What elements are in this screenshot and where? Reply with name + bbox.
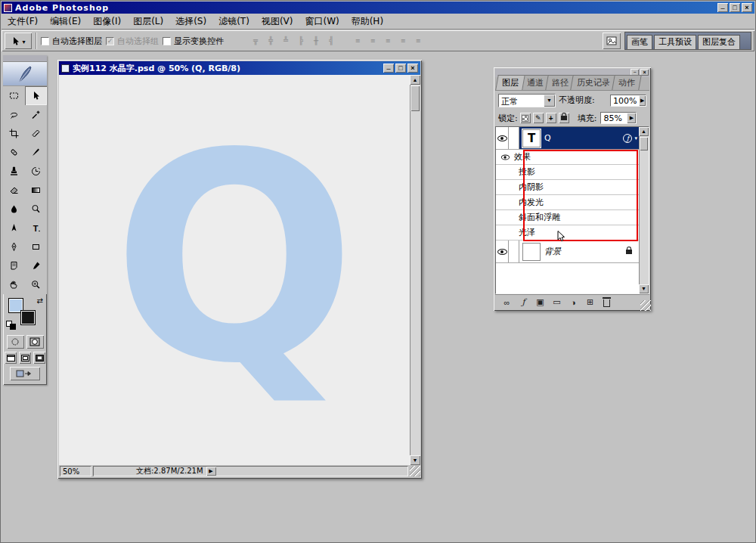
background-layer-name[interactable]: 背景	[544, 246, 561, 257]
default-colors-icon[interactable]	[6, 321, 17, 330]
distribute-horizontal-centers-button[interactable]	[396, 34, 410, 48]
minimize-button[interactable]	[717, 3, 728, 12]
tool-lasso[interactable]	[3, 105, 25, 124]
tool-crop[interactable]	[3, 124, 25, 143]
blend-mode-select[interactable]: 正常	[498, 94, 556, 107]
background-layer-thumbnail[interactable]	[522, 243, 541, 261]
scrollbar-thumb[interactable]	[411, 85, 420, 111]
document-close-button[interactable]	[407, 64, 418, 73]
tool-brush[interactable]	[25, 143, 47, 162]
menu-image[interactable]: 图像(I)	[87, 14, 127, 29]
layer-name[interactable]: Q	[544, 133, 551, 143]
layer-row-text-q[interactable]: T Q	[496, 127, 639, 150]
document-canvas[interactable]: Q	[59, 75, 410, 465]
visibility-eye-icon[interactable]	[497, 249, 507, 255]
tab-actions[interactable]: 动作	[612, 75, 642, 90]
link-gutter[interactable]	[509, 127, 519, 149]
tool-gradient[interactable]	[25, 181, 47, 200]
scroll-down-button[interactable]	[410, 455, 420, 465]
vertical-scrollbar[interactable]	[410, 75, 420, 465]
tool-type[interactable]: T	[25, 219, 47, 237]
zoom-level-field[interactable]: 50%	[60, 466, 91, 476]
status-menu-button[interactable]	[206, 467, 216, 476]
align-top-edges-button[interactable]	[249, 34, 262, 48]
opacity-field[interactable]: 100%	[610, 95, 646, 107]
fullscreen-button[interactable]	[33, 352, 45, 364]
tool-shape[interactable]	[25, 237, 47, 256]
add-layer-mask-button[interactable]: ▣	[534, 296, 546, 308]
effects-visibility-eye-icon[interactable]	[501, 154, 510, 160]
tool-history-brush[interactable]	[25, 162, 47, 181]
checkbox-auto-select-group[interactable]: 自动选择组	[106, 36, 159, 47]
background-color-swatch[interactable]	[20, 310, 36, 325]
delete-layer-button[interactable]	[601, 296, 612, 308]
tool-path-select[interactable]	[3, 219, 25, 237]
palette-tab-tool-presets[interactable]: 工具预设	[654, 35, 696, 49]
checkbox-show-transform-controls[interactable]: 显示变换控件	[163, 36, 224, 47]
layers-scrollbar[interactable]	[639, 127, 649, 293]
tool-dodge[interactable]	[25, 200, 47, 219]
new-layer-set-button[interactable]: ▭	[551, 296, 562, 308]
tool-eyedropper[interactable]	[25, 256, 47, 275]
align-right-edges-button[interactable]	[324, 34, 338, 48]
jump-to-imageready-button[interactable]	[10, 367, 40, 380]
tool-pen[interactable]	[3, 237, 25, 256]
new-adjustment-layer-button[interactable]: ◑	[568, 296, 579, 308]
layers-scroll-down-button[interactable]	[639, 284, 649, 293]
tab-history[interactable]: 历史记录	[570, 75, 617, 90]
collapse-effects-icon[interactable]	[634, 135, 637, 141]
scroll-up-button[interactable]	[410, 75, 420, 85]
new-layer-button[interactable]: ⊞	[584, 296, 596, 308]
tool-magic-wand[interactable]	[25, 105, 47, 124]
maximize-button[interactable]	[730, 3, 740, 12]
file-browser-button[interactable]	[603, 33, 621, 49]
menu-view[interactable]: 视图(V)	[256, 14, 299, 29]
palette-tab-layer-comps[interactable]: 图层复合	[698, 35, 740, 49]
fullscreen-with-menubar-button[interactable]	[19, 352, 31, 364]
effects-header-row[interactable]: 效果	[496, 150, 639, 165]
menu-help[interactable]: 帮助(H)	[345, 14, 389, 29]
effect-row-drop-shadow[interactable]: 投影	[496, 165, 639, 180]
tool-rect-marquee[interactable]	[3, 86, 25, 105]
palette-resize-grip[interactable]	[640, 300, 651, 311]
window-titlebar[interactable]: Adobe Photoshop	[2, 2, 754, 14]
text-layer-thumbnail[interactable]: T	[522, 129, 541, 147]
effect-row-inner-shadow[interactable]: 内阴影	[496, 180, 639, 195]
tool-eraser[interactable]	[3, 181, 25, 200]
menu-layer[interactable]: 图层(L)	[127, 14, 169, 29]
menu-edit[interactable]: 编辑(E)	[44, 14, 87, 29]
lock-all-toggle[interactable]	[559, 113, 569, 123]
add-layer-style-button[interactable]: ƒ	[518, 296, 529, 308]
align-vertical-centers-button[interactable]	[264, 34, 277, 48]
opacity-slider-icon[interactable]	[639, 95, 646, 106]
lock-image-pixels-toggle[interactable]: ✎	[533, 113, 544, 123]
layer-style-badge-icon[interactable]	[623, 134, 632, 143]
visibility-gutter[interactable]	[496, 127, 509, 149]
menu-file[interactable]: 文件(F)	[2, 14, 44, 29]
link-gutter[interactable]	[509, 240, 519, 262]
effect-row-satin[interactable]: 光泽	[496, 225, 639, 240]
document-restore-button[interactable]	[395, 64, 406, 73]
effect-row-bevel-emboss[interactable]: 斜面和浮雕	[496, 210, 639, 225]
standard-mode-button[interactable]	[7, 335, 24, 349]
layers-scrollbar-thumb[interactable]	[640, 137, 648, 150]
distribute-right-edges-button[interactable]	[411, 34, 425, 48]
close-button[interactable]	[742, 3, 752, 12]
lock-position-toggle[interactable]: +	[546, 113, 556, 123]
distribute-top-edges-button[interactable]	[351, 34, 364, 48]
document-resize-grip[interactable]	[410, 466, 420, 476]
align-bottom-edges-button[interactable]	[279, 34, 293, 48]
tool-clone-stamp[interactable]	[3, 162, 25, 181]
distribute-vertical-centers-button[interactable]	[366, 34, 380, 48]
quick-mask-mode-button[interactable]	[26, 335, 44, 349]
tab-layers[interactable]: 图层	[495, 75, 525, 90]
align-horizontal-centers-button[interactable]	[309, 34, 323, 48]
tool-slice[interactable]	[25, 124, 47, 143]
menu-window[interactable]: 窗口(W)	[299, 14, 345, 29]
align-left-edges-button[interactable]	[294, 34, 308, 48]
effect-row-inner-glow[interactable]: 内发光	[496, 195, 639, 210]
document-minimize-button[interactable]	[383, 64, 394, 73]
layer-row-background[interactable]: 背景	[496, 240, 639, 263]
menu-select[interactable]: 选择(S)	[169, 14, 212, 29]
visibility-eye-icon[interactable]	[497, 135, 507, 141]
